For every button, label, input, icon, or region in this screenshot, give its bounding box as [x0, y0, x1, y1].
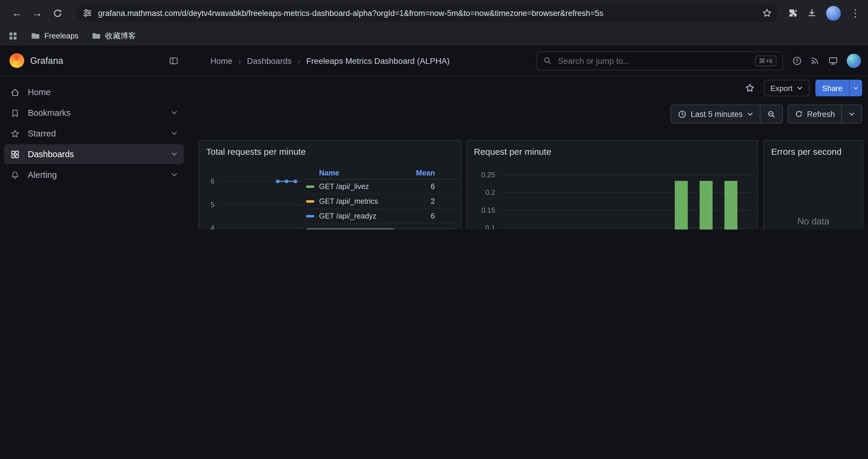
legend-table: Name Mean GET /api/_livez 6 GET [306, 167, 456, 230]
legend-row[interactable]: GET /api/_livez 6 [306, 179, 456, 194]
browser-actions: ⋮ [788, 6, 862, 21]
refresh-button[interactable]: Refresh [787, 104, 842, 124]
folder-icon [31, 31, 40, 40]
panel-title[interactable]: Request per minute [474, 146, 551, 157]
refresh-interval-button[interactable] [842, 104, 862, 124]
grafana-logo-icon[interactable] [9, 53, 24, 68]
bookmark-folder-freeleaps[interactable]: Freeleaps [31, 31, 79, 40]
bookmark-folder-blogs[interactable]: 收藏博客 [92, 30, 136, 41]
dashboards-grid-icon [10, 150, 20, 159]
forward-button[interactable]: → [28, 4, 46, 22]
legend-header: Name Mean [306, 167, 456, 179]
grafana-app: Grafana Home Bookmarks Starred [0, 45, 868, 230]
help-icon[interactable]: ? [793, 56, 802, 65]
chevron-down-icon[interactable] [171, 130, 178, 137]
legend-row[interactable]: GET /api/_metrics 2 [306, 194, 456, 209]
site-settings-icon[interactable] [83, 8, 92, 18]
search-box[interactable]: ⌘+k [536, 51, 783, 70]
extensions-icon[interactable] [788, 8, 798, 18]
favorite-star-icon[interactable] [741, 80, 758, 96]
grafana-main: Home › Dashboards › Freeleaps Metrics Da… [188, 45, 868, 230]
refresh-group: Refresh [787, 104, 862, 124]
panel-request-per-minute: Request per minute 0.250.20.150.10.05017… [466, 140, 758, 230]
svg-text:5: 5 [211, 201, 215, 208]
panel-errors-per-second: Errors per second No data [764, 140, 863, 230]
reload-button[interactable] [49, 4, 66, 22]
panel-title[interactable]: Errors per second [771, 146, 841, 157]
screen: ← → grafana.mathmast.com/d/deytv4rwavabk… [0, 0, 868, 230]
zoom-out-icon [767, 109, 776, 119]
share-split-button: Share [816, 80, 862, 96]
series-color-swatch [306, 186, 314, 188]
sidebar-item-alerting[interactable]: Alerting [4, 165, 184, 185]
bookmark-star-icon[interactable] [762, 8, 772, 18]
legend-header-mean[interactable]: Mean [411, 169, 435, 177]
user-avatar[interactable] [847, 54, 861, 68]
search-icon [543, 56, 552, 65]
star-icon [10, 129, 20, 138]
address-bar[interactable]: grafana.mathmast.com/d/deytv4rwavabkb/fr… [75, 4, 779, 22]
news-rss-icon[interactable] [811, 56, 819, 65]
sidebar-item-bookmarks[interactable]: Bookmarks [4, 103, 184, 123]
series-color-swatch [306, 215, 314, 218]
grafana-header: Home › Dashboards › Freeleaps Metrics Da… [188, 45, 868, 76]
sidebar-nav: Home Bookmarks Starred Dashboards [0, 76, 188, 191]
time-controls: Last 5 minutes Refresh [188, 100, 868, 128]
chevron-down-icon[interactable] [171, 151, 178, 158]
zoom-out-button[interactable] [760, 104, 783, 124]
sidebar-item-dashboards[interactable]: Dashboards [4, 144, 184, 164]
breadcrumb-dashboards[interactable]: Dashboards [247, 56, 291, 65]
legend-scrollbar[interactable] [306, 228, 456, 230]
breadcrumb-separator: › [239, 56, 241, 65]
browser-chrome: ← → grafana.mathmast.com/d/deytv4rwavabk… [0, 0, 868, 45]
svg-text:4: 4 [211, 224, 215, 230]
chevron-down-icon [747, 111, 753, 117]
sidebar-item-starred[interactable]: Starred [4, 124, 184, 143]
breadcrumb: Home › Dashboards › Freeleaps Metrics Da… [210, 56, 450, 65]
svg-text:0.1: 0.1 [486, 224, 495, 230]
chevron-down-icon[interactable] [171, 109, 178, 117]
header-icons: ? [793, 54, 861, 68]
brand-row: Grafana [0, 45, 188, 76]
url-text: grafana.mathmast.com/d/deytv4rwavabkb/fr… [98, 8, 756, 18]
time-range-button[interactable]: Last 5 minutes [671, 104, 761, 124]
dashboard-actions: Export Share [188, 76, 868, 100]
clock-icon [678, 109, 687, 119]
profile-avatar[interactable] [826, 6, 841, 21]
sidebar-item-home[interactable]: Home [4, 82, 184, 102]
legend-row[interactable]: GET /api/_readyz 6 [306, 209, 456, 224]
svg-text:0.2: 0.2 [486, 189, 495, 196]
breadcrumb-home[interactable]: Home [210, 56, 232, 65]
share-button[interactable]: Share [816, 80, 849, 96]
share-menu-button[interactable] [849, 80, 862, 96]
legend-header-name[interactable]: Name [319, 169, 411, 177]
svg-text:6: 6 [211, 177, 215, 185]
search-input[interactable] [557, 55, 750, 66]
panel-total-requests-per-minute: Total requests per minute 6543217:40 Nam… [198, 140, 462, 230]
panel-title[interactable]: Total requests per minute [206, 146, 306, 157]
browser-toolbar: ← → grafana.mathmast.com/d/deytv4rwavabk… [0, 0, 868, 26]
downloads-icon[interactable] [807, 8, 816, 18]
chevron-down-icon[interactable] [171, 171, 178, 178]
brand-name: Grafana [30, 55, 63, 66]
export-button[interactable]: Export [764, 80, 809, 96]
kiosk-monitor-icon[interactable] [829, 56, 838, 65]
back-button[interactable]: ← [8, 4, 26, 22]
grafana-sidebar: Grafana Home Bookmarks Starred [0, 45, 188, 230]
breadcrumb-separator: › [298, 56, 300, 65]
chevron-down-icon [848, 111, 855, 117]
sidebar-toggle-icon[interactable] [169, 56, 179, 65]
svg-text:?: ? [796, 58, 799, 64]
folder-icon [92, 31, 101, 40]
svg-text:0.15: 0.15 [481, 206, 495, 214]
series-color-swatch [306, 200, 314, 203]
dashboard-grid: Total requests per minute 6543217:40 Nam… [188, 128, 868, 230]
chevron-down-icon [797, 85, 803, 91]
chevron-down-icon [853, 85, 859, 91]
apps-grid-icon[interactable] [8, 31, 18, 40]
bell-icon [10, 170, 20, 179]
svg-text:0.25: 0.25 [481, 171, 495, 179]
time-picker-group: Last 5 minutes [671, 104, 783, 124]
menu-kebab-icon[interactable]: ⋮ [850, 7, 860, 19]
reload-icon [52, 8, 62, 18]
